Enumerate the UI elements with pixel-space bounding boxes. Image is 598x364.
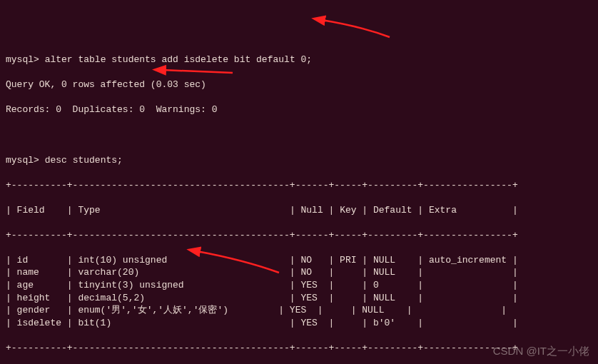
table-row: | name | varchar(20) | NO | | NULL | | [6, 266, 592, 279]
table-row: | height | decimal(5,2) | YES | | NULL |… [6, 292, 592, 305]
prompt: mysql> [6, 155, 39, 166]
blank-line [6, 128, 592, 141]
col-default: Default [373, 205, 412, 216]
cmd-line-1[interactable]: mysql> alter table students add isdelete… [6, 54, 592, 66]
prompt: mysql> [6, 54, 39, 65]
sql-cmd-2: desc students; [45, 155, 123, 166]
annotation-arrow-icon [300, 3, 397, 48]
table-border: +----------+----------------------------… [6, 229, 592, 242]
col-null: Null [301, 205, 323, 216]
cmd-line-2[interactable]: mysql> desc students; [6, 154, 592, 167]
col-field: Field [17, 205, 45, 216]
col-key: Key [340, 205, 356, 216]
watermark: CSDN @IT之一小佬 [493, 344, 589, 358]
table-row: | isdelete | bit(1) | YES | | b'0' | | [6, 317, 592, 330]
desc-table-body: | id | int(10) unsigned | NO | PRI | NUL… [6, 254, 592, 329]
sql-cmd-1: alter table students add isdelete bit de… [45, 54, 312, 65]
table-border: +----------+----------------------------… [6, 179, 592, 192]
desc-header-row: | Field | Type | Null | Key | Default | … [6, 204, 592, 217]
result-line: Records: 0 Duplicates: 0 Warnings: 0 [6, 103, 592, 116]
col-type: Type [78, 205, 100, 216]
table-row: | id | int(10) unsigned | NO | PRI | NUL… [6, 254, 592, 267]
table-row: | gender | enum('男','女','人妖','保密') | YES… [6, 304, 592, 317]
table-row: | age | tinyint(3) unsigned | YES | | 0 … [6, 279, 592, 292]
result-line: Query OK, 0 rows affected (0.03 sec) [6, 79, 592, 91]
col-extra: Extra [429, 205, 457, 216]
